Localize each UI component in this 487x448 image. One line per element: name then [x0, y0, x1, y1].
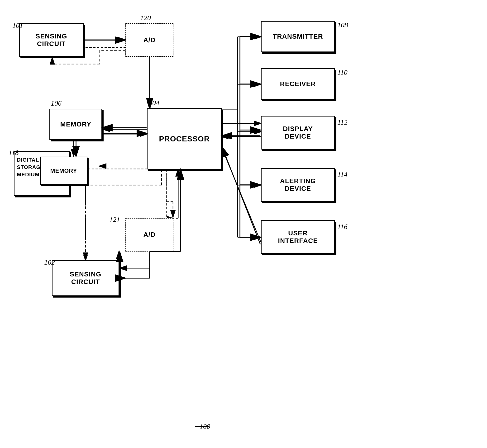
ref-102: 102: [44, 258, 55, 266]
block-ad-top: A/D: [125, 23, 173, 57]
ref-101: 101: [12, 21, 23, 29]
diagram-arrows: [0, 0, 487, 448]
block-processor: PROCESSOR: [147, 108, 222, 169]
ref-112: 112: [337, 118, 347, 126]
block-memory-digital-storage: MEMORY: [40, 157, 87, 185]
ref-108: 108: [337, 21, 348, 29]
block-transmitter: TRANSMITTER: [261, 21, 335, 52]
ref-118: 118: [8, 149, 19, 157]
ref-114: 114: [337, 170, 347, 178]
arrows-overlay: [0, 0, 487, 448]
ref-121: 121: [109, 216, 120, 224]
svg-line-17: [221, 147, 261, 242]
block-ad-bottom: A/D: [125, 218, 173, 252]
block-sensing-circuit-top: SENSINGCIRCUIT: [19, 23, 84, 57]
block-alerting-device: ALERTINGDEVICE: [261, 168, 335, 202]
ref-106: 106: [51, 99, 62, 107]
block-display-device: DISPLAYDEVICE: [261, 116, 335, 150]
block-sensing-circuit-bottom: SENSINGCIRCUIT: [52, 260, 119, 296]
svg-line-47: [222, 147, 260, 244]
diagram-container: 100 SENSINGCIRCUIT 101 A/D 120 PROCESSOR…: [0, 0, 487, 448]
block-user-interface: USERINTERFACE: [261, 220, 335, 254]
block-receiver: RECEIVER: [261, 68, 335, 100]
ref-116: 116: [337, 223, 347, 231]
ref-110: 110: [337, 68, 347, 76]
ref-104: 104: [149, 99, 159, 107]
block-memory-top: MEMORY: [50, 109, 102, 140]
ref-120: 120: [140, 14, 151, 22]
